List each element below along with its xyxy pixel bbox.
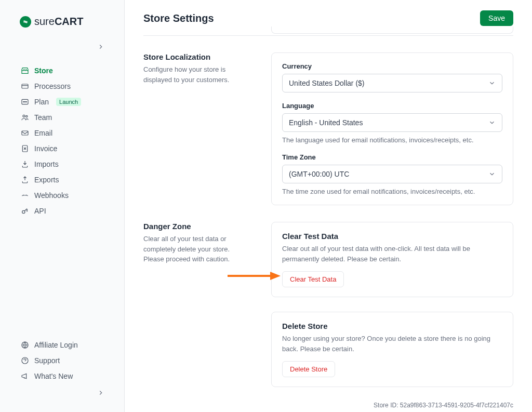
import-icon bbox=[21, 160, 29, 168]
chevron-right-icon bbox=[97, 389, 104, 396]
timezone-label: Time Zone bbox=[282, 153, 502, 161]
clear-test-heading: Clear Test Data bbox=[282, 232, 502, 241]
svg-rect-7 bbox=[22, 131, 28, 135]
sidebar-item-imports[interactable]: Imports bbox=[0, 156, 124, 172]
chevron-down-icon bbox=[488, 79, 496, 87]
sidebar-item-label: Team bbox=[34, 113, 52, 122]
svg-point-3 bbox=[24, 101, 25, 102]
email-icon bbox=[21, 129, 29, 137]
section-desc: Configure how your store is displayed to… bbox=[143, 64, 250, 85]
previous-card-edge bbox=[271, 26, 513, 34]
logo-icon bbox=[20, 16, 31, 28]
sidebar-item-label: Webhooks bbox=[34, 191, 69, 200]
delete-store-desc: No longer using your store? Once you del… bbox=[282, 334, 502, 354]
section-title: Store Localization bbox=[143, 52, 250, 61]
timezone-select[interactable]: (GMT+00:00) UTC bbox=[282, 165, 502, 183]
team-icon bbox=[21, 113, 29, 122]
localization-card: Currency United States Dollar ($) Langua… bbox=[271, 52, 513, 205]
sidebar-item-webhooks[interactable]: Webhooks bbox=[0, 188, 124, 203]
sidebar-nav: Store Processors Plan Launch Team Email bbox=[0, 56, 124, 337]
sidebar-item-label: Invoice bbox=[34, 144, 57, 153]
sidebar-item-api[interactable]: API bbox=[0, 203, 124, 219]
sidebar-item-exports[interactable]: Exports bbox=[0, 172, 124, 188]
sidebar-item-label: Affiliate Login bbox=[34, 341, 78, 349]
svg-rect-1 bbox=[22, 99, 28, 104]
language-value: English - United States bbox=[289, 118, 363, 127]
svg-rect-0 bbox=[22, 84, 28, 88]
brand-logo: sureCART bbox=[0, 0, 124, 38]
delete-store-button[interactable]: Delete Store bbox=[282, 361, 335, 377]
section-localization: Store Localization Configure how your st… bbox=[143, 52, 513, 220]
language-helper: The language used for email notification… bbox=[282, 136, 502, 144]
support-icon bbox=[21, 356, 29, 365]
timezone-value: (GMT+00:00) UTC bbox=[289, 170, 349, 178]
store-icon bbox=[21, 67, 29, 75]
sidebar-item-label: Store bbox=[34, 67, 53, 75]
logo-text: sureCART bbox=[34, 16, 83, 28]
section-danger: Danger Zone Clear all of your test data … bbox=[143, 222, 513, 409]
sidebar-item-label: Imports bbox=[34, 160, 59, 168]
clear-test-data-button[interactable]: Clear Test Data bbox=[282, 271, 344, 287]
page-title: Store Settings bbox=[143, 12, 214, 24]
clear-test-desc: Clear out all of your test data with one… bbox=[282, 244, 502, 264]
sidebar-item-processors[interactable]: Processors bbox=[0, 78, 124, 94]
section-desc: Clear all of your test data or completel… bbox=[143, 234, 250, 264]
sidebar-item-label: Processors bbox=[34, 82, 71, 90]
export-icon bbox=[21, 176, 29, 184]
delete-store-card: Delete Store No longer using your store?… bbox=[271, 312, 513, 387]
chevron-right-icon bbox=[97, 43, 104, 50]
sidebar-item-label: Plan bbox=[34, 98, 49, 106]
sidebar-item-team[interactable]: Team bbox=[0, 110, 124, 125]
api-icon bbox=[21, 207, 29, 215]
webhook-icon bbox=[21, 191, 29, 200]
currency-value: United States Dollar ($) bbox=[289, 79, 365, 87]
sidebar-item-store[interactable]: Store bbox=[0, 63, 124, 78]
sidebar-item-support[interactable]: Support bbox=[0, 353, 124, 368]
language-label: Language bbox=[282, 102, 502, 110]
sidebar-item-label: Support bbox=[34, 356, 60, 365]
svg-point-5 bbox=[23, 115, 25, 117]
sidebar-item-label: What's New bbox=[34, 372, 73, 380]
sidebar: sureCART Store Processors Plan Launch Te… bbox=[0, 0, 125, 412]
section-title: Danger Zone bbox=[143, 222, 250, 231]
card-icon bbox=[21, 82, 29, 90]
language-select[interactable]: English - United States bbox=[282, 113, 502, 132]
invoice-icon bbox=[21, 144, 29, 153]
sidebar-item-label: Email bbox=[34, 129, 52, 137]
currency-select[interactable]: United States Dollar ($) bbox=[282, 74, 502, 92]
megaphone-icon bbox=[21, 372, 29, 380]
clear-test-data-card: Clear Test Data Clear out all of your te… bbox=[271, 222, 513, 297]
chevron-down-icon bbox=[488, 170, 496, 178]
plan-icon bbox=[21, 98, 29, 106]
sidebar-item-plan[interactable]: Plan Launch bbox=[0, 94, 124, 110]
sidebar-expand[interactable] bbox=[0, 38, 124, 56]
chevron-down-icon bbox=[488, 119, 496, 126]
save-button[interactable]: Save bbox=[480, 10, 513, 26]
delete-store-heading: Delete Store bbox=[282, 322, 502, 330]
svg-point-11 bbox=[22, 357, 28, 364]
currency-label: Currency bbox=[282, 62, 502, 70]
sidebar-item-affiliate[interactable]: Affiliate Login bbox=[0, 337, 124, 353]
sidebar-bottom: Affiliate Login Support What's New bbox=[0, 337, 124, 412]
affiliate-icon bbox=[21, 341, 29, 349]
timezone-helper: The time zone used for email notificatio… bbox=[282, 188, 502, 195]
sidebar-collapse[interactable] bbox=[0, 384, 124, 405]
main-content: Store Settings Save Store Localization C… bbox=[125, 0, 532, 412]
svg-point-6 bbox=[26, 115, 28, 117]
sidebar-item-invoice[interactable]: Invoice bbox=[0, 141, 124, 156]
sidebar-item-label: API bbox=[34, 207, 46, 215]
svg-point-4 bbox=[26, 101, 26, 102]
svg-point-9 bbox=[22, 210, 25, 213]
store-id: Store ID: 52a9f863-3713-4591-9205-4f7cf2… bbox=[271, 402, 513, 409]
sidebar-item-label: Exports bbox=[34, 176, 59, 184]
plan-badge: Launch bbox=[56, 98, 81, 106]
svg-point-2 bbox=[23, 101, 24, 102]
sidebar-item-email[interactable]: Email bbox=[0, 125, 124, 141]
sidebar-item-whatsnew[interactable]: What's New bbox=[0, 368, 124, 384]
